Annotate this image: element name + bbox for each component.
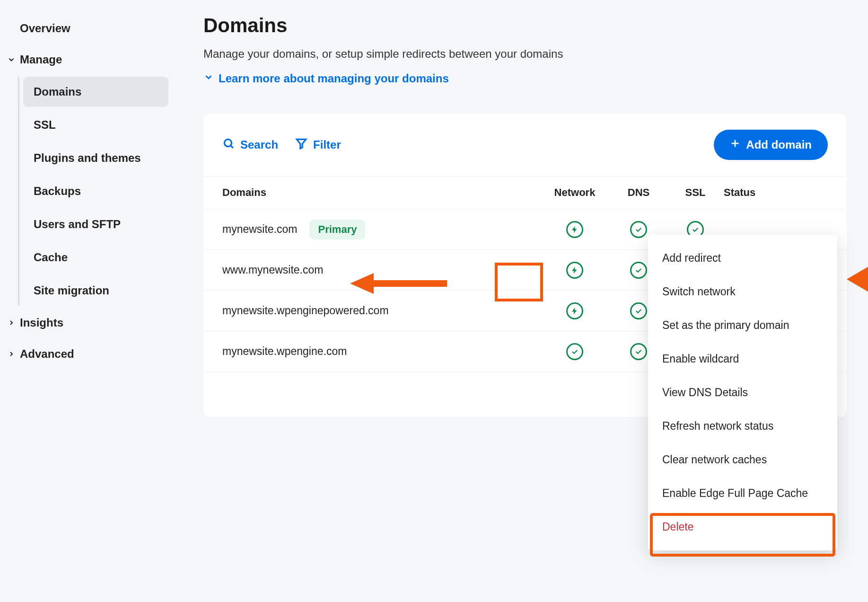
filter-icon xyxy=(295,137,307,152)
bolt-icon xyxy=(566,302,583,319)
table-header: Domains Network DNS SSL Status xyxy=(203,176,847,209)
chevron-down-icon xyxy=(203,72,214,85)
col-network: Network xyxy=(539,186,610,199)
menu-delete[interactable]: Delete xyxy=(648,510,837,544)
svg-line-1 xyxy=(230,145,233,148)
sidebar-label: Advanced xyxy=(20,347,74,361)
page-subtitle: Manage your domains, or setup simple red… xyxy=(203,47,868,61)
search-icon xyxy=(222,137,235,152)
domain-name: mynewsite.wpenginepowered.com xyxy=(222,304,389,317)
sidebar-sub-cache[interactable]: Cache xyxy=(23,242,168,273)
menu-enable-edge[interactable]: Enable Edge Full Page Cache xyxy=(648,477,837,510)
bolt-icon xyxy=(566,221,583,238)
check-icon xyxy=(566,343,583,360)
check-icon xyxy=(630,221,647,238)
sidebar-label: Overview xyxy=(20,22,70,35)
menu-switch-network[interactable]: Switch network xyxy=(648,275,837,309)
chevron-down-icon xyxy=(7,55,16,64)
domain-actions-menu: Add redirect Switch network Set as the p… xyxy=(648,235,837,550)
check-icon xyxy=(630,343,647,360)
menu-add-redirect[interactable]: Add redirect xyxy=(648,241,837,275)
menu-enable-wildcard[interactable]: Enable wildcard xyxy=(648,342,837,376)
search-label: Search xyxy=(240,138,278,151)
col-status: Status xyxy=(724,186,828,199)
learn-more-link[interactable]: Learn more about managing your domains xyxy=(203,72,449,85)
search-button[interactable]: Search xyxy=(222,137,278,152)
sidebar-sub-ssl[interactable]: SSL xyxy=(23,110,168,140)
sidebar-sub-domains[interactable]: Domains xyxy=(23,77,168,107)
card-toolbar: Search Filter Add domain xyxy=(203,114,847,176)
chevron-right-icon xyxy=(7,319,16,327)
sidebar-sub-plugins[interactable]: Plugins and themes xyxy=(23,143,168,173)
svg-point-0 xyxy=(224,139,231,146)
col-dns: DNS xyxy=(610,186,667,199)
plus-icon xyxy=(730,138,740,151)
domain-name: www.mynewsite.com xyxy=(222,264,323,276)
sidebar-item-manage[interactable]: Manage xyxy=(9,45,170,74)
primary-badge: Primary xyxy=(309,220,365,239)
sidebar-sub-migration[interactable]: Site migration xyxy=(23,275,168,306)
col-ssl: SSL xyxy=(667,186,724,199)
sidebar-sub-backups[interactable]: Backups xyxy=(23,176,168,206)
add-domain-button[interactable]: Add domain xyxy=(714,130,828,160)
svg-marker-2 xyxy=(297,139,306,149)
menu-view-dns[interactable]: View DNS Details xyxy=(648,376,837,409)
menu-refresh[interactable]: Refresh network status xyxy=(648,409,837,443)
page-title: Domains xyxy=(203,14,868,37)
filter-label: Filter xyxy=(313,138,341,151)
filter-button[interactable]: Filter xyxy=(295,137,341,152)
sidebar-item-insights[interactable]: Insights xyxy=(9,309,170,337)
sidebar-label: Manage xyxy=(20,53,62,66)
add-domain-label: Add domain xyxy=(746,138,812,151)
menu-set-primary[interactable]: Set as the primary domain xyxy=(648,309,837,342)
col-domains: Domains xyxy=(222,186,539,199)
check-icon xyxy=(630,302,647,319)
bolt-icon xyxy=(566,262,583,279)
check-icon xyxy=(630,262,647,279)
learn-more-label: Learn more about managing your domains xyxy=(219,72,449,85)
sidebar-sub-users[interactable]: Users and SFTP xyxy=(23,209,168,239)
chevron-right-icon xyxy=(7,350,16,358)
sidebar-submenu: Domains SSL Plugins and themes Backups U… xyxy=(18,77,170,306)
sidebar: Overview Manage Domains SSL Plugins and … xyxy=(0,0,180,602)
sidebar-item-overview[interactable]: Overview xyxy=(9,14,170,43)
domain-name: mynewsite.wpengine.com xyxy=(222,345,347,358)
sidebar-label: Insights xyxy=(20,316,63,329)
menu-clear-caches[interactable]: Clear network caches xyxy=(648,443,837,477)
sidebar-item-advanced[interactable]: Advanced xyxy=(9,340,170,368)
domain-name: mynewsite.com xyxy=(222,223,297,236)
